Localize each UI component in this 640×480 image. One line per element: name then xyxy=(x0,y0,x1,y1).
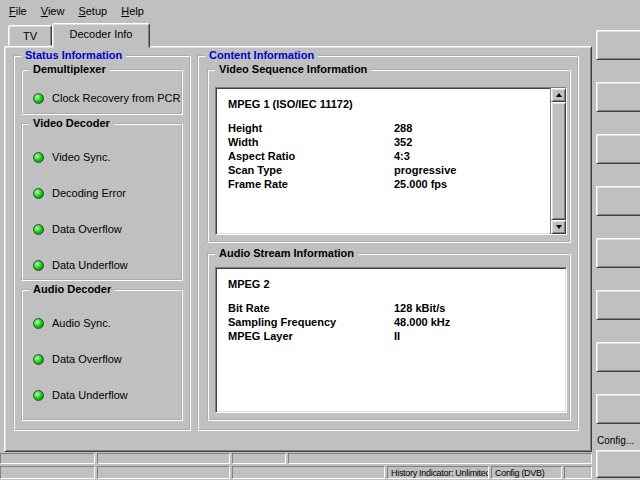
status-item-label: Data Underflow xyxy=(52,389,128,401)
green-led-icon xyxy=(33,152,44,163)
status-item-decoding-error: Decoding Error xyxy=(23,175,181,211)
audio-decoder-group: Audio Decoder Audio Sync. Data Overflow … xyxy=(21,289,183,421)
video-sequence-group: Video Sequence Information MPEG 1 (ISO/I… xyxy=(207,69,571,243)
softkey-button-4[interactable] xyxy=(596,186,640,216)
status-item-label: Data Overflow xyxy=(52,353,122,365)
demultiplexer-group: Demultiplexer Clock Recovery from PCR xyxy=(21,69,183,115)
scrollbar-thumb[interactable] xyxy=(551,102,566,220)
arrow-up-icon xyxy=(556,93,562,97)
audio-stream-group: Audio Stream Information MPEG 2 Bit Rate… xyxy=(207,253,571,421)
statusbar-segment xyxy=(0,466,95,479)
status-item-label: Clock Recovery from PCR xyxy=(52,92,180,104)
status-item-audio-data-underflow: Data Underflow xyxy=(23,377,181,413)
audio-standard: MPEG 2 xyxy=(228,278,566,292)
statusbar-config: Config (DVB) xyxy=(491,466,562,479)
status-item-label: Decoding Error xyxy=(52,187,126,199)
content-information-section: Content Information Video Sequence Infor… xyxy=(197,55,579,431)
vertical-scrollbar[interactable] xyxy=(550,88,566,234)
green-led-icon xyxy=(33,260,44,271)
video-decoder-title: Video Decoder xyxy=(29,117,114,130)
content-information-title: Content Information xyxy=(205,49,318,62)
audio-stream-title: Audio Stream Information xyxy=(215,247,358,260)
info-label: Frame Rate xyxy=(228,178,394,192)
info-label: Bit Rate xyxy=(228,302,394,316)
softkey-button-7[interactable] xyxy=(596,342,640,372)
softkey-button-3[interactable] xyxy=(596,134,640,164)
demultiplexer-title: Demultiplexer xyxy=(29,63,110,76)
green-led-icon xyxy=(33,390,44,401)
status-item-audio-data-overflow: Data Overflow xyxy=(23,341,181,377)
audio-decoder-title: Audio Decoder xyxy=(29,283,115,296)
status-item-label: Video Sync. xyxy=(52,151,111,163)
status-item-label: Audio Sync. xyxy=(52,317,111,329)
info-row-sampling-frequency: Sampling Frequency 48.000 kHz xyxy=(228,316,566,330)
status-information-section: Status Information Demultiplexer Clock R… xyxy=(13,55,191,431)
status-item-data-underflow: Data Underflow xyxy=(23,247,181,279)
statusbar-history-indicator: History Indicator: Unlimited xyxy=(387,466,489,479)
info-label: Aspect Ratio xyxy=(228,150,394,164)
decoder-app-window: File View Setup Help TV Decoder Info Sta… xyxy=(0,0,640,480)
menu-file[interactable]: File xyxy=(2,2,34,20)
green-led-icon xyxy=(33,188,44,199)
statusbar-segment xyxy=(97,453,230,464)
softkey-button-1[interactable] xyxy=(596,30,640,60)
info-value: 128 kBit/s xyxy=(394,302,445,316)
tab-tv[interactable]: TV xyxy=(8,25,52,46)
statusbar-segment xyxy=(232,466,385,479)
video-standard: MPEG 1 (ISO/IEC 11172) xyxy=(228,98,566,112)
info-label: MPEG Layer xyxy=(228,330,394,344)
video-decoder-group: Video Decoder Video Sync. Decoding Error… xyxy=(21,123,183,281)
green-led-icon xyxy=(33,224,44,235)
status-item-label: Data Overflow xyxy=(52,223,122,235)
status-item-label: Data Underflow xyxy=(52,259,128,271)
info-label: Scan Type xyxy=(228,164,394,178)
status-item-data-overflow: Data Overflow xyxy=(23,211,181,247)
info-label: Width xyxy=(228,136,394,150)
status-information-title: Status Information xyxy=(21,49,126,62)
scroll-down-button[interactable] xyxy=(551,220,566,234)
info-label: Height xyxy=(228,122,394,136)
status-item-audio-sync: Audio Sync. xyxy=(23,305,181,341)
info-row-bit-rate: Bit Rate 128 kBit/s xyxy=(228,302,566,316)
info-row-width: Width 352 xyxy=(228,136,566,150)
info-value: 4:3 xyxy=(394,150,410,164)
info-value: II xyxy=(394,330,400,344)
video-sequence-title: Video Sequence Information xyxy=(215,63,371,76)
info-row-height: Height 288 xyxy=(228,122,566,136)
softkey-button-5[interactable] xyxy=(596,238,640,268)
config-softkey-label: Config... xyxy=(597,435,640,446)
menu-bar: File View Setup Help xyxy=(0,0,640,22)
softkey-button-8[interactable] xyxy=(596,394,640,424)
green-led-icon xyxy=(33,93,44,104)
info-row-mpeg-layer: MPEG Layer II xyxy=(228,330,566,344)
arrow-down-icon xyxy=(556,225,562,229)
statusbar-segment xyxy=(232,453,286,464)
info-row-frame-rate: Frame Rate 25.000 fps xyxy=(228,178,566,192)
menu-setup[interactable]: Setup xyxy=(71,2,114,20)
audio-stream-info-panel: MPEG 2 Bit Rate 128 kBit/s Sampling Freq… xyxy=(215,267,567,413)
info-value: 25.000 fps xyxy=(394,178,447,192)
status-item-video-sync: Video Sync. xyxy=(23,139,181,175)
statusbar-segment xyxy=(564,466,592,479)
scroll-up-button[interactable] xyxy=(551,88,566,102)
info-value: progressive xyxy=(394,164,456,178)
statusbar-segment xyxy=(288,453,592,464)
info-value: 352 xyxy=(394,136,412,150)
softkey-button-6[interactable] xyxy=(596,290,640,320)
video-sequence-info-panel: MPEG 1 (ISO/IEC 11172) Height 288 Width … xyxy=(215,87,567,235)
green-led-icon xyxy=(33,354,44,365)
info-value: 48.000 kHz xyxy=(394,316,450,330)
info-label: Sampling Frequency xyxy=(228,316,394,330)
menu-view[interactable]: View xyxy=(34,2,72,20)
decoder-info-panel: Status Information Demultiplexer Clock R… xyxy=(4,46,592,452)
info-row-aspect-ratio: Aspect Ratio 4:3 xyxy=(228,150,566,164)
status-item-clock-recovery: Clock Recovery from PCR xyxy=(23,85,181,111)
green-led-icon xyxy=(33,318,44,329)
config-softkey-button[interactable] xyxy=(596,450,640,478)
menu-help[interactable]: Help xyxy=(114,2,151,20)
softkey-button-2[interactable] xyxy=(596,82,640,112)
statusbar-segment xyxy=(0,453,95,464)
info-value: 288 xyxy=(394,122,412,136)
statusbar-segment xyxy=(97,466,230,479)
tab-decoder-info[interactable]: Decoder Info xyxy=(52,23,150,48)
